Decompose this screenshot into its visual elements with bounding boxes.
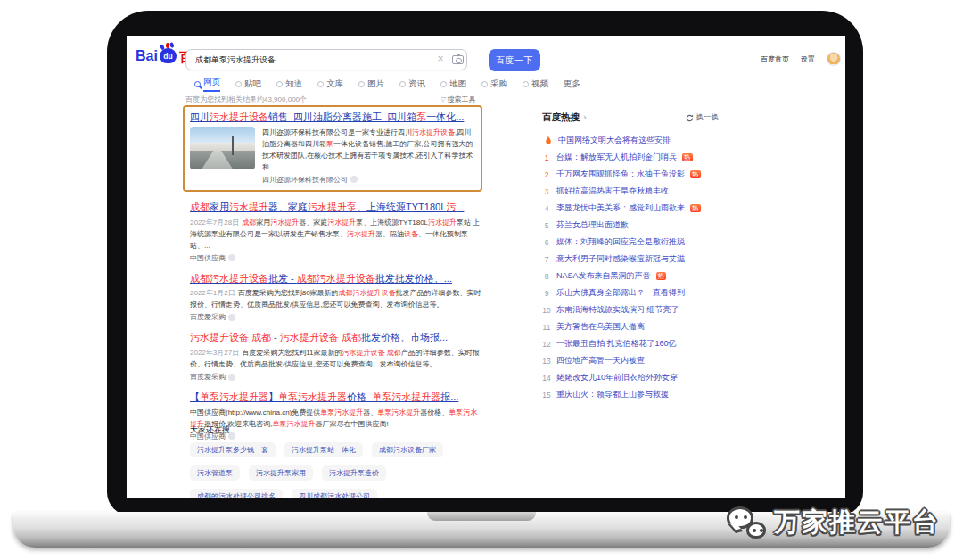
search-result[interactable]: 四川污水提升设备销售_四川油脂分离器施工_四川箱泵一体化... 四川迩源环保科技… — [183, 105, 482, 192]
search-tab[interactable]: 文库 — [317, 78, 343, 90]
result-source: 四川迩源环保科技有限公司 — [262, 175, 348, 185]
search-tabs: 网页 贴吧 知道 文库 — [194, 77, 580, 92]
related-search-chip[interactable]: 四川成都污水处理公司 — [292, 489, 377, 498]
result-date: 2022年1月2日 — [190, 289, 235, 297]
hot-item-text: 乐山大佛真身全部露出？一直看得到 — [556, 287, 685, 299]
result-thumbnail[interactable] — [190, 127, 255, 169]
hot-rank: 4 — [542, 204, 551, 213]
search-tab[interactable]: 网页 — [194, 77, 220, 92]
search-tab[interactable]: 采购 — [482, 78, 507, 90]
hot-rank: 14 — [542, 374, 551, 383]
related-chip-list: 污水提升泵多少钱一套 污水提升泵站一体化 成都污水设备厂家 污水管道泵 污水提升… — [190, 442, 486, 498]
related-search-chip[interactable]: 成都污水设备厂家 — [372, 442, 443, 457]
tab-icon — [399, 81, 406, 87]
hot-item-text: 千万网友围观抓怪鱼：水抽干鱼没影 — [556, 169, 685, 180]
hot-rank: 6 — [542, 238, 551, 247]
related-search-chip[interactable]: 污水提升泵多少钱一套 — [190, 442, 276, 457]
search-result[interactable]: 成都家用污水提升器、家庭污水提升泵、上海统源TYT180L污... 2022年7… — [190, 202, 482, 263]
hot-rank: 9 — [542, 289, 551, 298]
hot-search-item[interactable]: 4 李显龙忧中美关系：感觉到山雨欲来 热 — [542, 200, 719, 217]
tab-icon — [276, 81, 283, 87]
source-badge-icon — [228, 254, 235, 261]
result-title-link[interactable]: 【单泵污水提升器】单泵污水提升器价格_单泵污水提升器报... — [190, 391, 482, 404]
hot-search-item[interactable]: 10 东南沿海特战旅实战演习 细节亮了 — [542, 301, 719, 318]
search-result[interactable]: 成都污水提升设备批发 - 成都污水提升设备批发批发价格、... 2022年1月2… — [190, 273, 482, 323]
result-date: 2022年7月28日 — [190, 218, 239, 226]
hot-search-list: 中国网络文明大会将有这些安排 1 台媒：解放军无人机拍到金门哨兵 热 2 — [542, 132, 719, 403]
user-avatar[interactable] — [827, 52, 841, 66]
result-title-link[interactable]: 成都污水提升设备批发 - 成都污水提升设备批发批发价格、... — [190, 273, 482, 285]
hot-rank: 12 — [542, 340, 551, 349]
related-search-chip[interactable]: 成都的污水处理公司排名 — [190, 489, 283, 498]
tab-icon — [194, 81, 201, 87]
refresh-icon — [686, 114, 694, 122]
search-input[interactable] — [185, 49, 467, 70]
related-search-chip[interactable]: 污水提升泵家用 — [249, 465, 313, 481]
hot-search-item[interactable]: 7 意大利男子同时感染猴痘新冠与艾滋 — [542, 251, 719, 268]
hot-search-item[interactable]: 1 台媒：解放军无人机拍到金门哨兵 热 — [542, 149, 719, 166]
hot-search-item[interactable]: 6 媒体：刘翔峰的回应完全是敷衍推脱 — [542, 234, 719, 251]
hot-rank: 7 — [542, 255, 551, 264]
hot-search-item[interactable]: 5 芬兰女总理出面道歉 — [542, 217, 719, 234]
wechat-icon — [727, 505, 768, 540]
search-tab[interactable]: 贴吧 — [235, 78, 261, 90]
results-list: 四川污水提升设备销售_四川油脂分离器施工_四川箱泵一体化... 四川迩源环保科技… — [190, 105, 482, 451]
hot-item-text: 一张最丑自拍 扎克伯格花了160亿 — [556, 338, 677, 350]
hot-search-panel: 百度热搜 换一换 中国网络文明大会将有这些安排 — [542, 111, 719, 403]
baidu-paw-icon: du — [160, 48, 177, 63]
clear-search-icon[interactable]: × — [435, 53, 446, 65]
hot-search-item[interactable]: 11 美方警告在乌美国人撤离 — [542, 318, 719, 335]
funnel-icon — [440, 95, 445, 103]
related-search-chip[interactable]: 污水提升泵站一体化 — [284, 442, 363, 457]
result-title-link[interactable]: 四川污水提升设备销售_四川油脂分离器施工_四川箱泵一体化... — [190, 111, 475, 124]
result-title-link[interactable]: 成都家用污水提升器、家庭污水提升泵、上海统源TYT180L污... — [190, 202, 482, 214]
search-tab[interactable]: 更多 — [564, 78, 580, 90]
hot-item-text: 芬兰女总理出面道歉 — [556, 219, 629, 231]
tab-icon — [358, 81, 365, 87]
result-description: 2022年3月27日百度爱采购为您找到11家最新的污水提升设备 成都产品的详细参… — [190, 347, 482, 370]
hot-badge: 热 — [682, 153, 693, 161]
hot-search-item[interactable]: 9 乐山大佛真身全部露出？一直看得到 — [542, 284, 719, 301]
nav-settings-link[interactable]: 设置 — [801, 54, 815, 64]
search-tab[interactable]: 图片 — [358, 78, 384, 90]
source-badge-icon — [350, 176, 358, 183]
search-tab[interactable]: 资讯 — [399, 78, 425, 90]
result-description: 2022年1月2日百度爱采购为您找到80家最新的成都污水提升设备批发产品的详细参… — [190, 287, 482, 310]
hot-search-item[interactable]: 2 千万网友围观抓怪鱼：水抽干鱼没影 热 — [542, 166, 719, 183]
hot-rank: 13 — [542, 357, 551, 366]
baidu-logo-bai: Bai — [136, 49, 158, 63]
related-search-chip[interactable]: 污水提升泵造价 — [322, 465, 386, 481]
related-searches: 大家还在搜 污水提升泵多少钱一套 污水提升泵站一体化 成都污水设备厂家 污水管道… — [190, 424, 493, 498]
watermark: 万家推云平台 — [727, 505, 940, 540]
hot-search-item[interactable]: 3 抓好抗高温热害干旱夺秋粮丰收 — [542, 183, 719, 200]
hot-search-item[interactable]: 12 一张最丑自拍 扎克伯格花了160亿 — [542, 335, 719, 352]
hot-search-item[interactable]: 15 重庆山火：领导都上山参与救援 — [542, 386, 719, 403]
hot-item-text: 媒体：刘翔峰的回应完全是敷衍推脱 — [556, 236, 685, 248]
refresh-control[interactable]: 换一换 — [686, 112, 720, 123]
hot-search-item[interactable]: 8 NASA发布来自黑洞的声音 热 — [542, 268, 719, 284]
tab-icon — [235, 81, 242, 87]
search-button[interactable]: 百度一下 — [489, 49, 540, 71]
hot-search-item[interactable]: 14 姥姥改女儿10年前旧衣给外孙女穿 — [542, 369, 719, 386]
hot-search-item[interactable]: 中国网络文明大会将有这些安排 — [542, 132, 719, 149]
related-search-chip[interactable]: 污水管道泵 — [190, 465, 240, 481]
hot-rank: 2 — [542, 170, 551, 179]
result-source: 百度爱采购 — [190, 372, 226, 382]
search-tools[interactable]: 搜索工具 — [440, 95, 475, 104]
result-title-link[interactable]: 污水提升设备 成都 - 污水提升设备 成都批发价格、市场报... — [190, 332, 482, 344]
tab-icon — [523, 81, 529, 87]
top-pinned-icon — [544, 136, 553, 145]
search-tab[interactable]: 知道 — [276, 78, 302, 90]
search-tab[interactable]: 地图 — [440, 78, 466, 90]
search-tab[interactable]: 视频 — [523, 78, 548, 90]
hot-rank: 5 — [542, 221, 551, 230]
hot-search-item[interactable]: 13 四位地产高管一天内被查 — [542, 352, 719, 369]
camera-search-icon[interactable] — [452, 55, 464, 64]
hot-item-text: NASA发布来自黑洞的声音 — [556, 270, 651, 282]
hot-search-title[interactable]: 百度热搜 — [542, 111, 587, 124]
hot-rank: 15 — [542, 391, 551, 399]
search-result[interactable]: 污水提升设备 成都 - 污水提升设备 成都批发价格、市场报... 2022年3月… — [190, 332, 482, 382]
source-badge-icon — [228, 314, 235, 321]
hot-rank: 10 — [542, 306, 551, 315]
nav-home-link[interactable]: 百度首页 — [761, 54, 789, 64]
